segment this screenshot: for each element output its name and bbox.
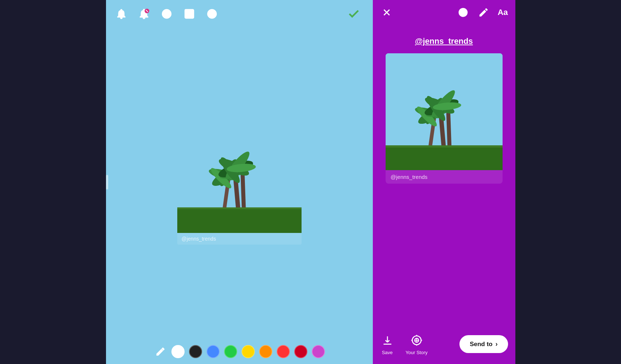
color-red[interactable] [277, 345, 290, 358]
drag-handle[interactable] [106, 175, 108, 189]
color-blue[interactable] [207, 345, 220, 358]
save-button[interactable]: Save [380, 333, 395, 355]
send-to-button[interactable]: Send to › [459, 335, 508, 353]
send-to-label: Send to [470, 341, 492, 348]
left-photo-caption: @jenns_trends [177, 233, 302, 245]
right-palm-image [386, 53, 503, 170]
color-white[interactable] [171, 345, 185, 358]
right-photo-caption: @jenns_trends [386, 170, 503, 184]
heart-face-icon[interactable] [204, 6, 220, 22]
svg-point-31 [464, 11, 465, 12]
bell-slash-icon[interactable] [136, 6, 152, 22]
save-label: Save [382, 350, 393, 355]
left-panel: @jenns_trends [106, 0, 373, 364]
chevron-right-icon: › [496, 340, 498, 348]
pen-tool-icon[interactable] [154, 345, 167, 358]
right-content: @jenns_trends [373, 0, 515, 364]
save-icon [380, 333, 395, 348]
your-story-button[interactable]: Your Story [406, 333, 428, 355]
grid-icon[interactable] [159, 6, 175, 22]
eraser-icon[interactable] [181, 6, 197, 22]
text-tool-button[interactable]: Aa [497, 8, 508, 17]
right-panel: Aa @jenns_trends [373, 0, 515, 364]
close-button[interactable] [380, 6, 393, 19]
svg-point-29 [459, 8, 467, 17]
color-purple[interactable] [312, 345, 325, 358]
svg-point-10 [208, 9, 216, 18]
color-orange[interactable] [259, 345, 272, 358]
bottom-actions: Save Your [380, 333, 428, 355]
right-photo-card: @jenns_trends [386, 53, 503, 184]
right-toolbar-icons: Aa [457, 6, 508, 19]
color-yellow[interactable] [242, 345, 255, 358]
username-tag[interactable]: @jenns_trends [415, 37, 473, 46]
color-dark-red[interactable] [294, 345, 307, 358]
your-story-label: Your Story [406, 350, 428, 355]
pen-icon[interactable] [477, 6, 490, 19]
right-bottom-bar: Save Your [373, 327, 515, 364]
sticker-icon[interactable] [457, 6, 470, 19]
left-color-palette [106, 339, 373, 364]
left-palm-image [177, 112, 302, 233]
left-toolbar [106, 0, 373, 28]
bell-icon[interactable] [113, 6, 129, 22]
color-green[interactable] [224, 345, 237, 358]
left-content: @jenns_trends [106, 0, 373, 364]
svg-point-2 [162, 9, 171, 18]
svg-rect-7 [185, 9, 194, 18]
left-photo-card: @jenns_trends [177, 112, 302, 245]
svg-point-30 [461, 11, 462, 12]
svg-rect-47 [386, 147, 503, 170]
your-story-icon [409, 333, 424, 348]
svg-rect-26 [177, 209, 302, 233]
checkmark-icon[interactable] [346, 6, 362, 22]
color-black[interactable] [189, 345, 202, 358]
right-toolbar: Aa [373, 0, 515, 25]
